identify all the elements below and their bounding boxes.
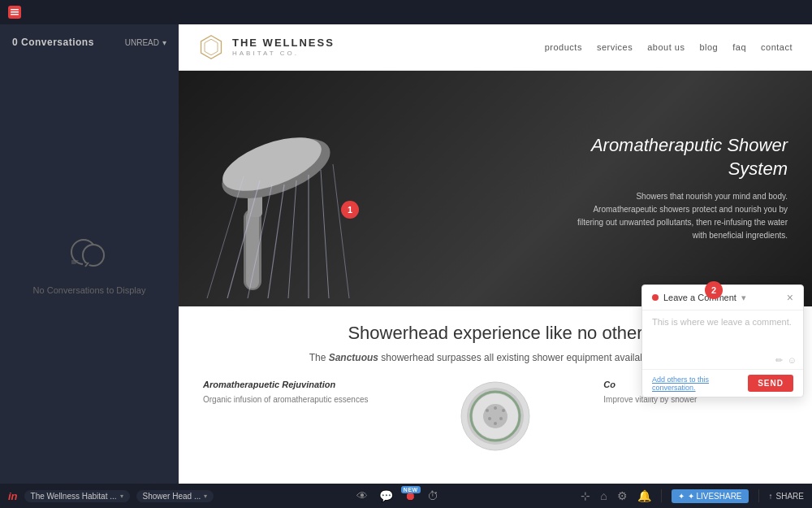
svg-line-18: [207, 176, 244, 298]
sidebar: 0 Conversations UNREAD ▾ No Conversation…: [0, 24, 179, 484]
site-logo: THE WELLNESS HABITAT CO.: [198, 34, 335, 60]
comment-close-button[interactable]: ×: [787, 292, 793, 303]
comment-textarea[interactable]: This is where we leave a comment.: [642, 310, 803, 355]
record-icon[interactable]: ⏺ NEW: [404, 489, 416, 502]
comment-dot: [652, 294, 659, 301]
svg-rect-1: [11, 11, 19, 13]
settings-icon[interactable]: ⚙: [617, 489, 628, 502]
logo-hex-icon: [198, 34, 224, 60]
content-area: THE WELLNESS HABITAT CO. products servic…: [179, 24, 812, 484]
separator: [661, 489, 662, 502]
comment-popup: Leave a Comment ▾ × This is where we lea…: [641, 284, 804, 397]
no-conversations-area: No Conversations to Display: [12, 60, 166, 471]
svg-point-25: [486, 409, 489, 412]
comment-popup-label: Leave a Comment ▾: [652, 293, 746, 303]
tab-showerhead-label: Shower Head ...: [143, 492, 201, 501]
website-preview: THE WELLNESS HABITAT CO. products servic…: [179, 24, 812, 484]
comment-pencil-icon[interactable]: ✏: [775, 355, 783, 366]
nav-products[interactable]: products: [545, 42, 582, 52]
bottom-bar: in The Wellness Habitat ... ▾ Shower Hea…: [0, 484, 812, 508]
svg-point-28: [488, 417, 491, 420]
subtext-before: The: [309, 352, 329, 363]
showerhead-image: [195, 79, 406, 298]
share-network-icon[interactable]: ⊹: [581, 489, 590, 502]
invision-logo: in: [8, 490, 18, 502]
nav-about[interactable]: about us: [647, 42, 685, 52]
tab-wellness[interactable]: The Wellness Habitat ... ▾: [24, 490, 130, 502]
logo-text: THE WELLNESS HABITAT CO.: [232, 37, 335, 57]
svg-point-27: [502, 409, 505, 412]
comment-dropdown-arrow[interactable]: ▾: [741, 293, 746, 303]
main-layout: 0 Conversations UNREAD ▾ No Conversation…: [0, 24, 812, 484]
bottom-left: in The Wellness Habitat ... ▾ Shower Hea…: [8, 490, 214, 502]
logo-title: THE WELLNESS: [232, 37, 335, 50]
annotation-dot-1[interactable]: 1: [341, 201, 359, 219]
svg-point-29: [499, 417, 503, 420]
svg-rect-2: [11, 14, 19, 15]
chat-icon[interactable]: 💬: [379, 489, 393, 502]
subtext-bold: Sanctuous: [329, 352, 378, 363]
nav-contact[interactable]: contact: [761, 42, 793, 52]
liveshare-label: ✦ LIVESHARE: [688, 492, 742, 501]
hero-content: Aromatheraputic Shower System Showers th…: [577, 134, 788, 242]
comment-emoji-icon[interactable]: ☺: [788, 355, 797, 366]
unread-chevron: ▾: [162, 38, 166, 47]
svg-line-15: [288, 180, 296, 298]
product-showerhead-svg: [459, 380, 532, 453]
menu-icon: [11, 9, 19, 15]
tab-wellness-chevron: ▾: [120, 493, 123, 500]
share-button[interactable]: ↑ SHARE: [769, 492, 804, 501]
svg-point-26: [494, 406, 497, 410]
notification-icon[interactable]: 🔔: [637, 489, 651, 502]
hero-description: Showers that nourish your mind and body.…: [577, 191, 788, 243]
comment-popup-header: Leave a Comment ▾ ×: [642, 285, 803, 310]
svg-line-17: [321, 170, 329, 298]
unread-filter[interactable]: UNREAD ▾: [125, 38, 166, 47]
nav-services[interactable]: services: [597, 42, 633, 52]
bottom-center-icons: 👁 💬 ⏺ NEW ⏱: [356, 489, 438, 502]
no-conversations-text: No Conversations to Display: [33, 285, 146, 295]
bottom-right: ⊹ ⌂ ⚙ 🔔 ✦ ✦ LIVESHARE ↑ SHARE: [581, 489, 804, 503]
site-nav: THE WELLNESS HABITAT CO. products servic…: [179, 24, 812, 71]
svg-point-30: [494, 422, 497, 425]
svg-marker-6: [205, 39, 218, 55]
feature1-desc: Organic infusion of aromatheraputic esse…: [203, 393, 387, 406]
add-others-link[interactable]: Add others to this conversation.: [652, 376, 748, 392]
leave-comment-text: Leave a Comment: [663, 293, 736, 302]
hero-title: Aromatheraputic Shower System: [577, 134, 788, 180]
chat-bubble-icon: [69, 237, 110, 277]
top-bar: [0, 0, 812, 24]
showerhead-product-image: [404, 380, 588, 453]
app-menu-button[interactable]: [8, 6, 21, 19]
history-icon[interactable]: ⏱: [427, 489, 438, 502]
annotation-dot-2[interactable]: 2: [705, 281, 723, 299]
comment-textarea-footer: ✏ ☺: [642, 355, 803, 369]
separator-2: [758, 489, 759, 502]
unread-label: UNREAD: [125, 38, 159, 47]
liveshare-icon: ✦: [678, 492, 685, 501]
eye-icon[interactable]: 👁: [356, 489, 368, 502]
subtext-after: showerhead surpasses all existing shower…: [378, 352, 681, 363]
svg-rect-0: [11, 9, 19, 11]
comment-footer: Add others to this conversation. SEND: [642, 369, 803, 397]
share-icon: ↑: [769, 492, 773, 501]
tab-showerhead[interactable]: Shower Head ... ▾: [136, 490, 214, 502]
tab-showerhead-chevron: ▾: [204, 493, 207, 500]
share-label: SHARE: [776, 492, 804, 501]
liveshare-button[interactable]: ✦ ✦ LIVESHARE: [672, 489, 749, 503]
nav-blog[interactable]: blog: [699, 42, 718, 52]
svg-line-14: [268, 185, 284, 298]
nav-faq[interactable]: faq: [732, 42, 746, 52]
tab-wellness-label: The Wellness Habitat ...: [31, 492, 117, 501]
feature1-title: Aromatherapuetic Rejuvination: [203, 380, 387, 389]
svg-line-19: [333, 164, 349, 298]
svg-point-4: [83, 245, 104, 266]
send-button[interactable]: SEND: [748, 375, 793, 392]
site-nav-links: products services about us blog faq cont…: [545, 42, 793, 52]
new-badge: NEW: [401, 486, 421, 493]
home-icon[interactable]: ⌂: [600, 489, 607, 502]
hero-section: Aromatheraputic Shower System Showers th…: [179, 71, 812, 306]
feature-aromatherapy: Aromatherapuetic Rejuvination Organic in…: [203, 380, 387, 406]
sidebar-header: 0 Conversations UNREAD ▾: [12, 37, 166, 48]
logo-subtitle: HABITAT CO.: [232, 50, 335, 58]
